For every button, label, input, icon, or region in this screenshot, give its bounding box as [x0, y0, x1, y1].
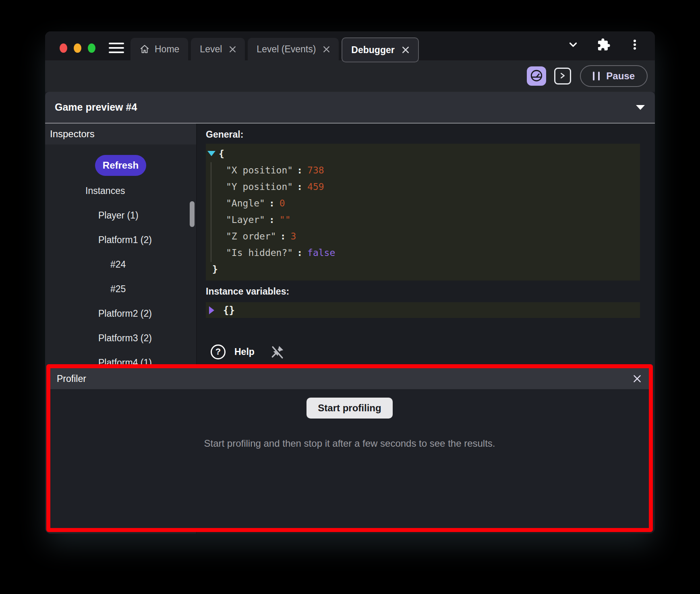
game-preview-header[interactable]: Game preview #4 — [45, 92, 655, 124]
instance-variables-json: {} — [206, 302, 640, 318]
console-button[interactable] — [554, 68, 571, 85]
puzzle-icon[interactable] — [597, 38, 611, 52]
start-profiling-button[interactable]: Start profiling — [307, 398, 392, 419]
caret-down-icon[interactable] — [636, 105, 645, 110]
pause-icon — [593, 72, 600, 80]
instances-tree: Instances Player (1) Platform1 (2) #24 #… — [45, 179, 196, 375]
property-row-y-position: "Y position":459 — [207, 178, 640, 195]
console-icon — [558, 71, 567, 81]
instance-variables-value: {} — [223, 305, 235, 316]
close-brace: } — [212, 264, 218, 274]
tree-collapsed-icon[interactable] — [209, 306, 214, 314]
property-row-angle: "Angle":0 — [207, 195, 640, 211]
tab-debugger[interactable]: Debugger — [342, 37, 418, 62]
profiler-description: Start profiling and then stop it after a… — [204, 438, 495, 449]
close-icon[interactable] — [632, 373, 642, 384]
tree-item-player[interactable]: Player (1) — [45, 203, 196, 228]
refresh-button[interactable]: Refresh — [95, 155, 146, 176]
menu-icon[interactable] — [109, 43, 124, 53]
inspectors-header: Inspectors — [45, 124, 196, 144]
tab-home[interactable]: Home — [130, 38, 188, 60]
general-properties-json: { "X position":738 "Y position":459 "Ang… — [206, 144, 640, 280]
chevron-down-icon[interactable] — [567, 39, 579, 51]
sidebar-scrollbar[interactable] — [190, 201, 195, 227]
tab-bar: Home Level Level (Events) Debugger — [130, 35, 419, 60]
close-icon[interactable] — [402, 46, 409, 54]
tree-item-platform1[interactable]: Platform1 (2) — [45, 228, 196, 252]
instance-variables-label: Instance variables: — [206, 286, 289, 297]
titlebar-right-icons — [567, 38, 641, 52]
tree-item-platform3[interactable]: Platform3 (2) — [45, 326, 196, 351]
tab-level[interactable]: Level — [191, 38, 245, 60]
game-preview-title: Game preview #4 — [55, 101, 636, 113]
pause-button[interactable]: Pause — [580, 65, 648, 87]
profiler-body: Start profiling Start profiling and then… — [50, 389, 649, 528]
kebab-menu-icon[interactable] — [628, 38, 641, 51]
minimize-window-button[interactable] — [74, 43, 81, 53]
general-section-label: General: — [206, 129, 243, 140]
debugger-toolbar: Pause — [45, 60, 655, 92]
tab-label: Home — [155, 44, 179, 55]
tree-item-instance-25[interactable]: #25 — [45, 277, 196, 301]
pause-label: Pause — [606, 70, 635, 82]
debugger-window: Home Level Level (Events) Debugger — [45, 31, 655, 534]
profiler-toggle-button[interactable] — [527, 66, 546, 86]
property-row-layer: "Layer":"" — [207, 211, 640, 228]
gauge-icon — [530, 69, 543, 84]
help-label: Help — [234, 346, 255, 357]
help-row: ? Help — [211, 344, 285, 359]
close-icon[interactable] — [323, 46, 330, 53]
tree-item-instance-24[interactable]: #24 — [45, 252, 196, 277]
tree-item-instances[interactable]: Instances — [45, 179, 196, 203]
property-row-z-order: "Z order":3 — [207, 228, 640, 244]
help-icon[interactable]: ? — [211, 344, 226, 359]
property-row-is-hidden: "Is hidden?":false — [207, 244, 640, 261]
window-controls — [60, 43, 95, 53]
titlebar: Home Level Level (Events) Debugger — [45, 31, 655, 60]
tree-expanded-icon[interactable] — [207, 151, 215, 156]
pin-off-icon[interactable] — [270, 344, 285, 359]
open-brace: { — [219, 148, 224, 159]
tree-item-platform2[interactable]: Platform2 (2) — [45, 301, 196, 326]
zoom-window-button[interactable] — [88, 43, 95, 53]
tab-label: Level (Events) — [257, 44, 316, 55]
close-window-button[interactable] — [60, 43, 67, 53]
close-icon[interactable] — [229, 46, 236, 53]
profiler-panel: Profiler Start profiling Start profiling… — [46, 364, 653, 532]
profiler-title: Profiler — [57, 373, 632, 384]
tab-level-events[interactable]: Level (Events) — [248, 38, 339, 60]
tab-label: Debugger — [351, 45, 394, 56]
property-row-x-position: "X position":738 — [207, 162, 640, 178]
tab-label: Level — [200, 44, 222, 55]
home-icon — [139, 44, 150, 54]
profiler-header: Profiler — [50, 368, 649, 389]
